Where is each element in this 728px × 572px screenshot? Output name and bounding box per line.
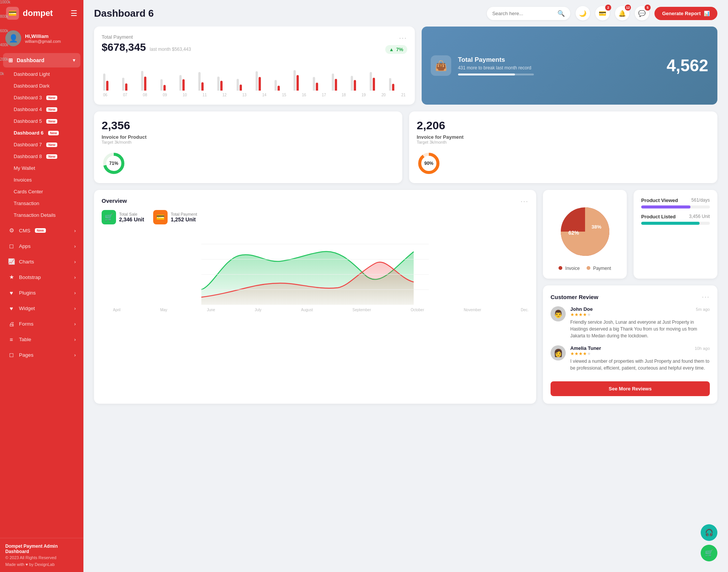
invoice-product-label: Invoice for Product (102, 134, 395, 140)
bar-group (332, 74, 348, 91)
new-badge: New (46, 96, 57, 100)
blue-card-title: Total Payments (458, 56, 660, 64)
dashboard-body: Total Payment $678,345 last month $563,4… (83, 27, 728, 572)
gray-bar (389, 78, 391, 91)
moon-icon: 🌙 (579, 10, 587, 17)
new-badge: New (35, 228, 46, 233)
legend-total-payment: 💳 Total Payment 1,252 Unit (153, 210, 197, 224)
area-chart-svg (102, 229, 529, 305)
forms-icon: 🖨 (8, 320, 15, 328)
gray-bar (179, 75, 182, 91)
review-stars-2: ★★★★★ (570, 351, 710, 356)
theme-toggle-button[interactable]: 🌙 (576, 6, 590, 20)
charts-icon: 📈 (8, 258, 15, 265)
user-greeting: Hi,William (25, 33, 61, 39)
sidebar-item-dashboard-8[interactable]: Dashboard 8New (0, 150, 83, 162)
sidebar-item-dashboard-3[interactable]: Dashboard 3New (0, 92, 83, 103)
new-badge: New (46, 154, 57, 159)
red-bar (373, 78, 375, 91)
row-1: Total Payment $678,345 last month $563,4… (94, 27, 717, 105)
sidebar-item-invoices[interactable]: Invoices (0, 174, 83, 186)
bar-group (313, 77, 329, 91)
hamburger-button[interactable]: ☰ (71, 9, 77, 18)
sidebar-item-transaction[interactable]: Transaction (0, 197, 83, 209)
right-column: 62% 38% Invoice Payment (543, 190, 717, 404)
row-2: 2,356 Invoice for Product Target 3k/mont… (94, 111, 717, 183)
sidebar-item-plugins[interactable]: ♥Plugins › (2, 285, 81, 300)
product-listed-fill (641, 222, 700, 225)
logo-text: dompet (23, 8, 53, 18)
pie-chart-card: 62% 38% Invoice Payment (543, 190, 627, 279)
gray-bar (122, 78, 124, 91)
sidebar-item-charts[interactable]: 📈Charts › (2, 254, 81, 269)
sidebar-item-my-wallet[interactable]: My Wallet (0, 162, 83, 174)
bar-group (198, 72, 215, 91)
new-badge: New (46, 143, 57, 147)
sidebar-item-transaction-details[interactable]: Transaction Details (0, 209, 83, 221)
wallet-button[interactable]: 💳 2 (595, 6, 610, 20)
see-more-reviews-button[interactable]: See More Reviews (551, 381, 710, 396)
sidebar-item-pages[interactable]: ◻Pages › (2, 347, 81, 362)
sidebar-item-dashboard-7[interactable]: Dashboard 7New (0, 139, 83, 150)
invoice-product-target: Target 3k/month (102, 140, 395, 144)
total-payment-card: Total Payment $678,345 last month $563,4… (94, 27, 415, 105)
review-time-1: 5m ago (696, 307, 710, 312)
footer-made-text: Made with ♥ by DexignLab (5, 562, 55, 567)
more-options-button[interactable]: ··· (399, 34, 407, 42)
sidebar-item-cms[interactable]: ⚙CMSNew › (2, 223, 81, 238)
chevron-down-icon: ▾ (73, 58, 75, 63)
dashboard-label: Dashboard (17, 57, 44, 63)
invoice-product-donut: 71% (102, 151, 395, 176)
bar-group (160, 79, 177, 91)
dashboard-menu-item[interactable]: ⊞ Dashboard ▾ (3, 53, 80, 67)
apps-icon: ◻ (8, 242, 15, 250)
bar-group (103, 74, 120, 91)
overview-more-button[interactable]: ··· (521, 197, 529, 205)
messages-button[interactable]: 💬 5 (635, 6, 649, 20)
sidebar-item-apps[interactable]: ◻Apps › (2, 238, 81, 254)
sidebar-footer: Dompet Payment Admin Dashboard © 2023 Al… (0, 538, 83, 572)
review-time-2: 10h ago (695, 346, 710, 351)
support-float-button[interactable]: 🎧 (701, 524, 717, 541)
product-stats-card: Product Viewed 561/days Product Listed 3… (634, 190, 717, 279)
user-info: Hi,William william@gmail.com (25, 33, 61, 44)
sidebar-item-dashboard-5[interactable]: Dashboard 5New (0, 115, 83, 127)
bar-group (179, 75, 196, 91)
product-viewed-label: Product Viewed (641, 197, 678, 203)
overview-card: Overview ··· 🛒 Total Sale 2,346 Unit 💳 (94, 190, 536, 404)
payments-icon: 👜 (431, 55, 451, 76)
bar-chart-icon: 📊 (704, 11, 710, 16)
generate-report-button[interactable]: Generate Report 📊 (654, 7, 717, 20)
invoice-payment-label: Invoice for Payment (417, 134, 710, 140)
sidebar-item-widget[interactable]: ♥Widget › (2, 301, 81, 316)
bar-group (256, 71, 272, 91)
bar-group (275, 80, 291, 91)
search-input[interactable] (492, 11, 554, 16)
main-content: Dashboard 6 🔍 🌙 💳 2 🔔 12 💬 5 Gen (83, 0, 728, 572)
sidebar-item-cards-center[interactable]: Cards Center (0, 186, 83, 197)
cart-float-button[interactable]: 🛒 (701, 545, 717, 561)
sidebar-item-forms[interactable]: 🖨Forms › (2, 316, 81, 331)
bar-group (389, 78, 406, 91)
sidebar-item-dashboard-6[interactable]: Dashboard 6New (0, 127, 83, 139)
sidebar-item-bootstrap[interactable]: ★Bootstrap › (2, 270, 81, 285)
topbar-right: 🔍 🌙 💳 2 🔔 12 💬 5 Generate Report 📊 (487, 6, 717, 20)
sidebar-item-dashboard-dark[interactable]: Dashboard Dark (0, 80, 83, 92)
review-item-2: 👩 Amelia Tuner 10h ago ★★★★★ I viewed a … (551, 345, 710, 371)
review-content-1: John Doe 5m ago ★★★★★ Friendly service J… (570, 306, 710, 339)
red-bar (297, 75, 299, 91)
footer-copyright: © 2023 All Rights Reserved (5, 555, 78, 560)
gray-bar (217, 77, 220, 91)
review-title: Customer Review (551, 294, 598, 300)
pie-and-stats-row: 62% 38% Invoice Payment (543, 190, 717, 279)
reviewer-name-2: Amelia Tuner (570, 345, 601, 351)
review-more-button[interactable]: ··· (702, 293, 710, 301)
wallet-bag-icon: 👜 (435, 60, 447, 72)
invoice-product-card: 2,356 Invoice for Product Target 3k/mont… (94, 111, 402, 183)
sidebar-item-dashboard-4[interactable]: Dashboard 4New (0, 103, 83, 115)
chevron-right-icon: › (74, 352, 76, 358)
sidebar-item-table[interactable]: ≡Table › (2, 332, 81, 347)
search-box[interactable]: 🔍 (487, 7, 570, 20)
blue-card-sub: 431 more to break last month record (458, 65, 660, 71)
notifications-button[interactable]: 🔔 12 (615, 6, 629, 20)
